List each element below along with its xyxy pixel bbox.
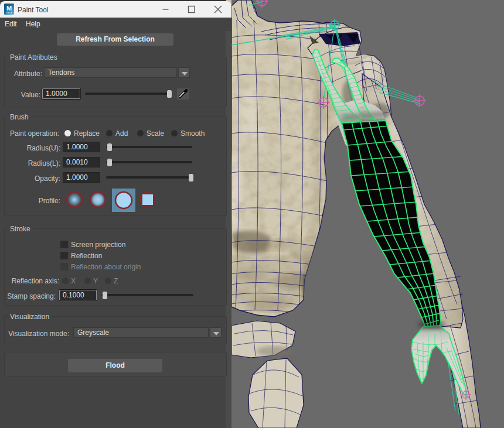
svg-text:M: M (6, 5, 12, 12)
svg-text:MAYA: MAYA (6, 11, 12, 14)
